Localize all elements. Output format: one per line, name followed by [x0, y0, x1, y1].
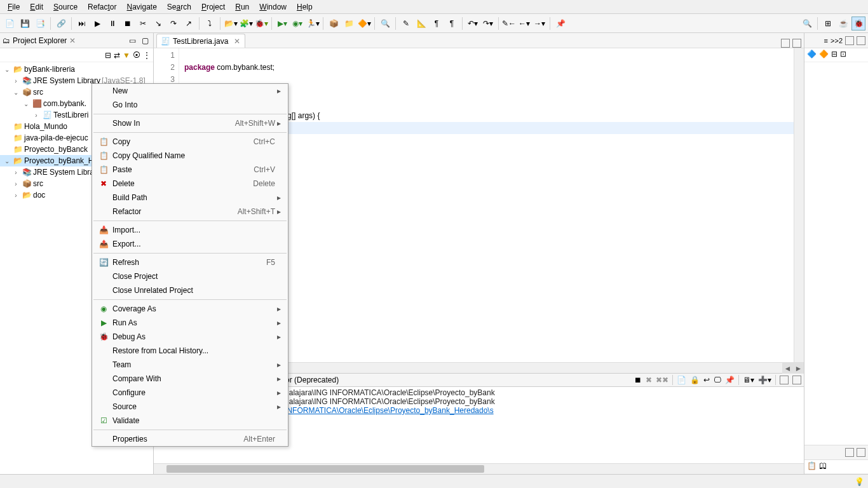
menu-file[interactable]: File: [3, 1, 25, 13]
console-button-1[interactable]: 📄: [677, 376, 686, 384]
pin-console-button[interactable]: 📌: [725, 376, 735, 384]
right-lower-btn-1[interactable]: 📋: [807, 461, 817, 472]
context-menu-build-path[interactable]: Build Path▸: [92, 191, 288, 205]
console-horizontal-scrollbar[interactable]: [154, 463, 804, 474]
filter-button[interactable]: ▼: [123, 51, 130, 60]
save-all-button[interactable]: 📑: [33, 17, 47, 30]
context-menu-delete[interactable]: ✖DeleteDelete: [92, 177, 288, 191]
console-max-button[interactable]: [792, 376, 801, 384]
annotation-prev-button[interactable]: ↶▾: [466, 17, 480, 30]
menu-window[interactable]: Window: [254, 1, 292, 13]
menu-edit[interactable]: Edit: [25, 1, 48, 13]
right-lower-max-button[interactable]: [857, 448, 865, 457]
context-menu-source[interactable]: Source▸: [92, 400, 288, 414]
context-menu-copy-qualified-name[interactable]: 📋Copy Qualified Name: [92, 149, 288, 163]
coverage-button[interactable]: ◉▾: [290, 17, 304, 30]
expand-arrow-icon[interactable]: ⌄: [11, 89, 20, 96]
link-with-editor-button[interactable]: ⇄: [114, 51, 120, 60]
run-last-button[interactable]: 🏃▾: [306, 17, 320, 30]
annotation-next-button[interactable]: ↷▾: [481, 17, 495, 30]
context-menu-go-into[interactable]: Go Into: [92, 98, 288, 112]
menu-search[interactable]: Search: [162, 1, 196, 13]
context-menu-configure[interactable]: Configure▸: [92, 386, 288, 400]
scroll-lock-button[interactable]: 🔒: [690, 376, 700, 384]
run-button[interactable]: ▶▾: [275, 17, 289, 30]
scroll-right-icon[interactable]: ►: [793, 363, 804, 374]
expand-arrow-icon[interactable]: ›: [11, 78, 20, 85]
forward-button[interactable]: →▾: [532, 17, 546, 30]
tip-icon[interactable]: 💡: [855, 477, 864, 486]
context-menu-export-[interactable]: 📤Export...: [92, 237, 288, 251]
format-button[interactable]: ¶: [430, 17, 444, 30]
editor-max-button[interactable]: [792, 39, 801, 48]
new-button[interactable]: 📄: [3, 17, 17, 30]
step-over-button[interactable]: ↷: [166, 17, 180, 30]
menu-navigate[interactable]: Navigate: [121, 1, 161, 13]
outline-btn-2[interactable]: 🔶: [819, 50, 829, 60]
compass-button[interactable]: 📐: [414, 17, 428, 30]
menu-source[interactable]: Source: [48, 1, 83, 13]
debug-button[interactable]: 🐞▾: [254, 17, 268, 30]
maximize-view-button[interactable]: ▢: [139, 35, 151, 46]
scroll-left-icon[interactable]: ◄: [782, 363, 793, 374]
remove-all-button[interactable]: ✖✖: [656, 376, 668, 384]
resume-button[interactable]: ▶: [90, 17, 104, 30]
context-menu-debug-as[interactable]: 🐞Debug As▸: [92, 330, 288, 344]
new-wizard-button[interactable]: 📂▾: [224, 17, 238, 30]
terminate-console-button[interactable]: ⏹: [634, 376, 642, 384]
context-menu-coverage-as[interactable]: ◉Coverage As▸: [92, 302, 288, 316]
expand-arrow-icon[interactable]: ⌄: [22, 100, 31, 107]
terminate-button[interactable]: ⏹: [121, 17, 135, 30]
open-console-button[interactable]: ➕▾: [758, 376, 771, 384]
outline-btn-1[interactable]: 🔷: [807, 50, 817, 60]
drop-frame-button[interactable]: ⤵: [203, 17, 217, 30]
context-menu-run-as[interactable]: ▶Run As▸: [92, 316, 288, 330]
right-lower-btn-2[interactable]: 🕮: [819, 461, 827, 472]
right-lower-min-button[interactable]: [845, 448, 854, 457]
display-console-button[interactable]: 🖥▾: [743, 376, 754, 384]
expand-arrow-icon[interactable]: ⌄: [3, 158, 11, 165]
context-menu-restore-from-local-history-[interactable]: Restore from Local History...: [92, 344, 288, 358]
expand-arrow-icon[interactable]: ›: [11, 180, 20, 187]
search-button[interactable]: 🔍: [378, 17, 392, 30]
java-perspective-button[interactable]: ☕: [836, 17, 850, 30]
context-menu-compare-with[interactable]: Compare With▸: [92, 372, 288, 386]
debug-perspective-button[interactable]: 🐞: [851, 17, 865, 30]
show-console-button[interactable]: 🖵: [714, 376, 721, 384]
minimize-view-button[interactable]: ▭: [126, 35, 138, 46]
close-tab-button[interactable]: ✕: [233, 37, 241, 46]
quick-access-button[interactable]: 🔍: [800, 17, 814, 30]
outline-btn-4[interactable]: ⊡: [840, 50, 846, 60]
scrollbar-thumb[interactable]: [166, 465, 484, 473]
open-perspective-button[interactable]: ⊞: [821, 17, 835, 30]
pin-editor-button[interactable]: 📌: [553, 17, 567, 30]
context-menu-close-project[interactable]: Close Project: [92, 269, 288, 283]
last-edit-button[interactable]: ✎←: [502, 17, 516, 30]
context-menu-refresh[interactable]: 🔄RefreshF5: [92, 255, 288, 269]
suspend-button[interactable]: ⏸: [105, 17, 119, 30]
outline-btn-3[interactable]: ⊟: [831, 50, 837, 60]
show-whitespace-button[interactable]: ¶: [445, 17, 459, 30]
context-menu-validate[interactable]: ☑Validate: [92, 414, 288, 428]
menu-refactor[interactable]: Refactor: [83, 1, 121, 13]
console-min-button[interactable]: [780, 376, 789, 384]
new-class-button[interactable]: 📁: [342, 17, 356, 30]
menu-run[interactable]: Run: [230, 1, 254, 13]
expand-arrow-icon[interactable]: ›: [11, 169, 20, 176]
open-type-button[interactable]: 🔶▾: [357, 17, 371, 30]
collapse-all-button[interactable]: ⊟: [105, 51, 111, 60]
context-menu-paste[interactable]: 📋PasteCtrl+V: [92, 163, 288, 177]
context-menu-copy[interactable]: 📋CopyCtrl+C: [92, 135, 288, 149]
link-editor-button[interactable]: 🔗: [54, 17, 68, 30]
expand-arrow-icon[interactable]: ⌄: [3, 66, 11, 73]
menu-project[interactable]: Project: [196, 1, 230, 13]
word-wrap-button[interactable]: ↩: [703, 376, 710, 384]
context-menu-show-in[interactable]: Show InAlt+Shift+W▸: [92, 116, 288, 130]
expand-arrow-icon[interactable]: ›: [32, 112, 41, 119]
menu-help[interactable]: Help: [292, 1, 318, 13]
editor-min-button[interactable]: [781, 39, 790, 48]
outline-min-button[interactable]: [845, 36, 854, 45]
new-plugin-button[interactable]: 🧩▾: [239, 17, 253, 30]
outline-max-button[interactable]: [857, 36, 865, 45]
back-button[interactable]: ←▾: [517, 17, 531, 30]
